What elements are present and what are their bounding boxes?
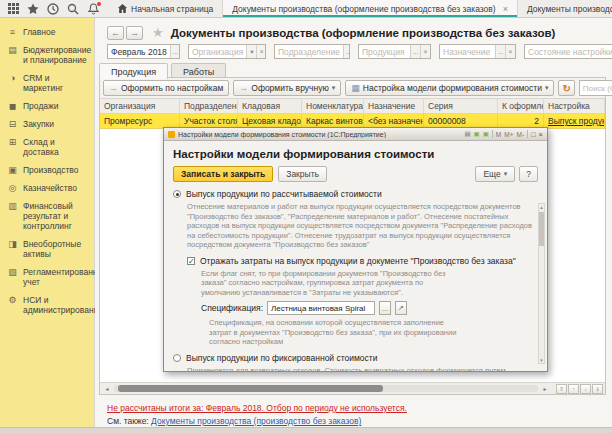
sidebar-item-budgeting[interactable]: ▤Бюджетирование и планирование <box>0 41 94 69</box>
memory-button[interactable]: M <box>496 131 501 138</box>
clear-icon[interactable]: × <box>505 44 515 59</box>
sidebar-item-crm[interactable]: ◑CRM и маркетинг <box>0 69 94 97</box>
go-last-button[interactable]: ⇓ <box>592 384 603 394</box>
reflect-costs-checkbox[interactable]: ✓ Отражать затраты на выпуск продукции в… <box>187 256 528 266</box>
table-header-row: Организация Подразделение Кладовая Номен… <box>100 98 605 114</box>
sidebar-item-label: Производство <box>23 165 78 175</box>
product-filter[interactable]: Продукция ... × <box>358 44 431 59</box>
column-header[interactable]: Организация <box>100 99 180 113</box>
search-input[interactable] <box>580 84 612 93</box>
dialog-body: Настройки модели формирования стоимости … <box>164 141 547 372</box>
scrollbar-thumb[interactable] <box>539 212 544 246</box>
favorite-star-icon[interactable]: ★ <box>152 25 164 40</box>
tab-products[interactable]: Продукция <box>99 63 168 79</box>
column-header[interactable]: Номенклатура <box>302 99 364 113</box>
purpose-filter[interactable]: Назначение ... × <box>439 44 516 59</box>
period-select-button[interactable]: ... <box>170 44 180 59</box>
refresh-button[interactable]: ↻ <box>558 80 574 96</box>
document-icon[interactable]: ▤ <box>464 130 470 138</box>
tab-production-docs-all[interactable]: Документы производства (все) × <box>518 0 612 17</box>
sidebar-item-main[interactable]: ≡Главное <box>0 23 94 41</box>
maximize-icon[interactable]: □ <box>531 130 536 139</box>
top-toolbar: Начальная страница Документы производств… <box>0 0 612 18</box>
column-header[interactable]: Подразделение <box>180 99 238 113</box>
page-down-button[interactable]: ↓ <box>580 384 591 394</box>
radio-calculated-cost[interactable]: Выпуск продукции по рассчитываемой стоим… <box>173 189 528 199</box>
select-ellipsis-icon[interactable]: ... <box>379 301 391 315</box>
process-manually-button[interactable]: → Оформить вручную ▾ <box>233 80 341 96</box>
radio-unselected-icon[interactable] <box>173 354 181 362</box>
memory-minus-button[interactable]: M- <box>516 131 524 138</box>
see-also-link[interactable]: Документы производства (производство без… <box>151 416 361 426</box>
window-icon[interactable]: ▣ <box>474 130 480 138</box>
scroll-right-icon[interactable]: ▸ <box>540 385 550 392</box>
tab-home[interactable]: Начальная страница <box>109 0 223 17</box>
radio-fixed-cost[interactable]: Выпуск продукции по фиксированной стоимо… <box>173 353 528 363</box>
cost-model-settings-button[interactable]: ▦ Настройка модели формирования стоимост… <box>345 80 554 96</box>
select-ellipsis-icon[interactable]: ... <box>495 44 505 59</box>
sidebar-item-label: Казначейство <box>23 183 77 193</box>
column-header[interactable]: Серия <box>424 99 498 113</box>
search-icon[interactable] <box>67 3 79 15</box>
cell-setting-link[interactable]: Выпуск продукци... <box>544 114 605 128</box>
process-by-settings-button[interactable]: → Оформить по настройкам <box>103 80 229 96</box>
scroll-down-icon[interactable]: ▾ <box>539 357 544 363</box>
dialog-scrollbar[interactable]: ▴ ▾ <box>538 203 545 364</box>
memory-plus-button[interactable]: M+ <box>504 131 513 138</box>
apps-menu-icon[interactable] <box>7 3 19 15</box>
sidebar-item-regulated-accounting[interactable]: ▧Регламентированный учет <box>0 263 94 291</box>
back-button[interactable]: ← <box>107 26 124 40</box>
period-field[interactable]: Февраль 2018 ... ▴▾ <box>107 44 180 59</box>
organization-filter[interactable]: Организация ▾ × <box>188 44 266 59</box>
notifications-bell-icon[interactable] <box>87 3 99 15</box>
hscroll-thumb[interactable] <box>118 385 383 392</box>
sidebar-item-treasury[interactable]: ◎Казначейство <box>0 179 94 197</box>
dropdown-caret-icon[interactable]: ▾ <box>246 44 256 59</box>
dialog-titlebar[interactable]: Настройки модели формирования стоимости … <box>164 128 547 141</box>
save-and-close-button[interactable]: Записать и закрыть <box>173 166 273 182</box>
dialog-content: Выпуск продукции по рассчитываемой стоим… <box>173 189 538 372</box>
sidebar-item-production[interactable]: ▣Производство <box>0 161 94 179</box>
dialog-help-button[interactable]: ? <box>519 166 538 182</box>
search-box: × <box>579 80 612 96</box>
specification-field[interactable]: Лестница винтовая Spiral <box>267 301 375 315</box>
checkbox-note: Если флаг снят, то при формировании доку… <box>201 269 453 298</box>
select-ellipsis-icon[interactable]: ... <box>410 44 420 59</box>
list-nav-buttons: ⇑ ↑ ↓ ⇓ <box>556 384 603 394</box>
column-header[interactable]: Настройка <box>544 99 605 113</box>
view-tab-bar: Продукция Работы <box>99 62 229 78</box>
column-header[interactable]: К оформлению <box>498 99 544 113</box>
column-header[interactable]: Кладовая <box>238 99 302 113</box>
close-icon[interactable]: × <box>503 4 508 14</box>
sidebar-item-financial-result[interactable]: ▥Финансовый результат и контроллинг <box>0 197 94 235</box>
home-icon <box>118 4 127 13</box>
page-up-button[interactable]: ↑ <box>568 384 579 394</box>
window-icon[interactable]: ▣ <box>483 130 489 138</box>
scroll-up-icon[interactable]: ▴ <box>539 204 544 210</box>
sidebar-item-sales[interactable]: ◼Продажи <box>0 97 94 115</box>
sidebar-item-warehouse[interactable]: ⊞Склад и доставка <box>0 133 94 161</box>
open-item-icon[interactable]: ↗ <box>395 301 407 315</box>
clear-icon[interactable]: × <box>256 44 266 59</box>
tab-production-docs-no-orders[interactable]: Документы производства (оформление произ… <box>223 0 518 17</box>
close-icon[interactable]: × <box>539 130 543 139</box>
dialog-more-button[interactable]: Еще ▾ <box>475 166 515 182</box>
column-header[interactable]: Назначение <box>364 99 424 113</box>
setting-state-filter[interactable]: Состояние настройки ▾ × <box>524 44 612 59</box>
favorites-star-icon[interactable] <box>27 3 39 15</box>
sidebar-item-noncurrent-assets[interactable]: ◨Внеоборотные активы <box>0 235 94 263</box>
history-clock-icon[interactable] <box>47 3 59 15</box>
checkbox-checked-icon[interactable]: ✓ <box>187 257 195 265</box>
go-first-button[interactable]: ⇑ <box>556 384 567 394</box>
department-filter[interactable]: Подразделение ... × <box>274 44 350 59</box>
totals-warning-link[interactable]: Не рассчитаны итоги за: Февраль 2018. От… <box>107 403 407 413</box>
close-button[interactable]: Закрыть <box>278 166 327 182</box>
clear-icon[interactable]: × <box>420 44 430 59</box>
hscroll-track[interactable] <box>114 385 538 392</box>
sidebar-item-purchases[interactable]: ⊟Закупки <box>0 115 94 133</box>
radio-selected-icon[interactable] <box>173 190 181 198</box>
forward-button[interactable]: → <box>126 26 143 40</box>
select-ellipsis-icon[interactable]: ... <box>343 44 350 59</box>
sidebar-item-administration[interactable]: ⚙НСИ и администрирование <box>0 291 94 319</box>
scroll-left-icon[interactable]: ◂ <box>102 385 112 392</box>
